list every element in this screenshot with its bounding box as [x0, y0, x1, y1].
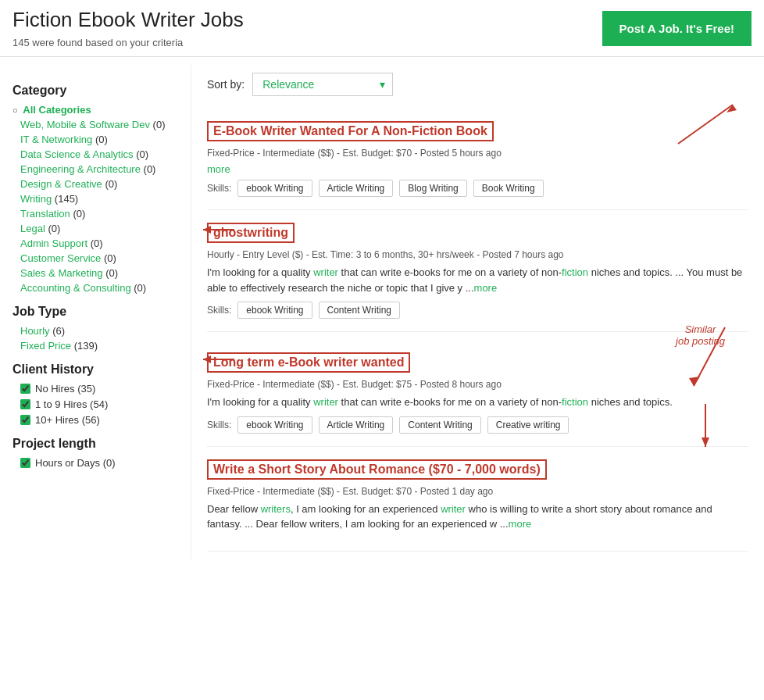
highlight-fiction-3: fiction	[562, 396, 588, 408]
skills-row-1: Skills: ebook Writing Article Writing Bl…	[207, 180, 748, 197]
all-categories-label: All Categories	[23, 104, 91, 116]
job-title-3[interactable]: Long term e-Book writer wanted	[213, 355, 404, 369]
main-content: Sort by: Relevance Newest Oldest E-Book …	[191, 65, 764, 559]
admin-link[interactable]: Admin Support	[20, 238, 87, 249]
skills-row-3: Skills: ebook Writing Article Writing Co…	[207, 416, 748, 434]
job-type-hourly[interactable]: Hourly (6)	[20, 325, 178, 337]
more-link-1[interactable]: more	[207, 163, 230, 175]
highlight-writers-4: writers	[261, 503, 291, 515]
highlight-writer-4: writer	[441, 503, 466, 515]
hourly-link[interactable]: Hourly	[20, 325, 50, 337]
job-meta-2: Hourly - Entry Level ($) - Est. Time: 3 …	[207, 249, 748, 260]
one-to-nine-hires-label: 1 to 9 Hires (54)	[35, 398, 108, 410]
job-title-box-2: ghostwriting	[207, 223, 295, 243]
skills-row-2: Skills: ebook Writing Content Writing	[207, 302, 748, 319]
sidebar-item-sales[interactable]: Sales & Marketing (0)	[20, 267, 178, 279]
job-desc-2: I'm looking for a quality writer that ca…	[207, 265, 748, 295]
job-meta-1: Fixed-Price - Intermediate ($$) - Est. B…	[207, 148, 748, 159]
it-link[interactable]: IT & Networking	[20, 134, 92, 145]
sidebar-item-translation[interactable]: Translation (0)	[20, 208, 178, 220]
job-title-box-3: Long term e-Book writer wanted	[207, 352, 410, 373]
skills-label-1: Skills:	[207, 183, 231, 194]
ten-plus-hires-label: 10+ Hires (56)	[35, 414, 100, 426]
data-science-link[interactable]: Data Science & Analytics	[20, 148, 134, 160]
hours-or-days-label: Hours or Days (0)	[35, 457, 116, 469]
highlight-writer-3: writer	[313, 396, 338, 408]
no-hires-label: No Hires (35)	[35, 383, 95, 395]
job-meta-3: Fixed-Price - Intermediate ($$) - Est. B…	[207, 379, 748, 390]
sidebar-item-design[interactable]: Design & Creative (0)	[20, 178, 178, 190]
skills-label-3: Skills:	[207, 420, 231, 430]
job-card-4: Write a Short Story About Romance ($70 -…	[207, 447, 748, 552]
web-dev-link[interactable]: Web, Mobile & Software Dev	[20, 119, 150, 130]
sidebar-item-web[interactable]: Web, Mobile & Software Dev (0)	[20, 119, 178, 130]
job-title-2[interactable]: ghostwriting	[213, 226, 288, 239]
post-job-button[interactable]: Post A Job. It's Free!	[602, 11, 752, 46]
accounting-link[interactable]: Accounting & Consulting	[20, 282, 131, 294]
sidebar-item-data-science[interactable]: Data Science & Analytics (0)	[20, 148, 178, 160]
page-title: Fiction Ebook Writer Jobs	[12, 8, 244, 32]
job-desc-4: Dear fellow writers, I am looking for an…	[207, 502, 748, 532]
sidebar-item-it[interactable]: IT & Networking (0)	[20, 134, 178, 145]
highlight-fiction-2: fiction	[562, 266, 588, 278]
svg-marker-1	[727, 105, 737, 112]
job-desc-3: I'm looking for a quality writer that ca…	[207, 395, 748, 410]
sidebar-item-admin[interactable]: Admin Support (0)	[20, 238, 178, 249]
design-link[interactable]: Design & Creative	[20, 178, 102, 190]
legal-link[interactable]: Legal	[20, 223, 45, 234]
skill-ebook-writing-2: ebook Writing	[237, 302, 312, 319]
sidebar-item-customer[interactable]: Customer Service (0)	[20, 252, 178, 264]
one-to-nine-hires-item[interactable]: 1 to 9 Hires (54)	[20, 398, 178, 410]
sidebar-item-accounting[interactable]: Accounting & Consulting (0)	[20, 282, 178, 294]
translation-link[interactable]: Translation	[20, 208, 70, 220]
skills-label-2: Skills:	[207, 305, 231, 316]
client-history-title: Client History	[12, 362, 178, 377]
highlight-writer-2a: writer	[313, 266, 338, 278]
sidebar-item-writing[interactable]: Writing (145)	[20, 193, 178, 205]
skill-article-writing-3: Article Writing	[319, 416, 394, 434]
sidebar-item-engineering[interactable]: Engineering & Architecture (0)	[20, 163, 178, 175]
job-title-box-4: Write a Short Story About Romance ($70 -…	[207, 459, 547, 480]
engineering-link[interactable]: Engineering & Architecture	[20, 163, 141, 175]
no-hires-checkbox[interactable]	[20, 384, 30, 394]
active-category[interactable]: ○ All Categories	[12, 104, 178, 116]
skill-blog-writing-1: Blog Writing	[399, 180, 466, 197]
project-length-title: Project length	[12, 437, 178, 451]
sidebar-item-legal[interactable]: Legal (0)	[20, 223, 178, 234]
circle-icon: ○	[12, 105, 18, 115]
job-type-fixed[interactable]: Fixed Price (139)	[20, 340, 178, 352]
ten-plus-hires-checkbox[interactable]	[20, 415, 30, 425]
sort-row: Sort by: Relevance Newest Oldest	[207, 73, 748, 96]
skill-content-writing-3: Content Writing	[399, 416, 480, 434]
job-title-1[interactable]: E-Book Writer Wanted For A Non-Fiction B…	[213, 124, 487, 138]
sort-select-wrapper[interactable]: Relevance Newest Oldest	[252, 73, 393, 96]
one-to-nine-hires-checkbox[interactable]	[20, 399, 30, 409]
customer-link[interactable]: Customer Service	[20, 252, 101, 264]
results-count: 145 were found based on your criteria	[12, 37, 244, 48]
fixed-price-link[interactable]: Fixed Price	[20, 340, 71, 352]
more-link-2[interactable]: more	[474, 282, 498, 294]
skill-ebook-writing-1: ebook Writing	[237, 180, 312, 197]
more-link-4[interactable]: more	[509, 518, 532, 530]
sort-select[interactable]: Relevance Newest Oldest	[252, 73, 393, 96]
skill-creative-writing-3: Creative writing	[487, 416, 569, 434]
job-card-1: E-Book Writer Wanted For A Non-Fiction B…	[207, 109, 748, 210]
job-card-2: ghostwriting Hourly - Entry Level ($) - …	[207, 210, 748, 332]
skill-book-writing-1: Book Writing	[473, 180, 544, 197]
sort-label: Sort by:	[207, 78, 245, 91]
skill-ebook-writing-3: ebook Writing	[237, 416, 312, 434]
sales-link[interactable]: Sales & Marketing	[20, 267, 103, 279]
job-title-4[interactable]: Write a Short Story About Romance ($70 -…	[213, 462, 541, 476]
job-meta-4: Fixed-Price - Intermediate ($$) - Est. B…	[207, 486, 748, 497]
skill-article-writing-1: Article Writing	[319, 180, 394, 197]
job-type-title: Job Type	[12, 305, 178, 319]
writing-link[interactable]: Writing	[20, 193, 52, 205]
sidebar: Category ○ All Categories Web, Mobile & …	[0, 65, 191, 559]
no-hires-item[interactable]: No Hires (35)	[20, 383, 178, 395]
job-title-box-1: E-Book Writer Wanted For A Non-Fiction B…	[207, 121, 494, 141]
skill-content-writing-2: Content Writing	[319, 302, 400, 319]
ten-plus-hires-item[interactable]: 10+ Hires (56)	[20, 414, 178, 426]
hours-or-days-checkbox[interactable]	[20, 458, 30, 468]
category-title: Category	[12, 84, 178, 98]
hours-or-days-item[interactable]: Hours or Days (0)	[20, 457, 178, 469]
